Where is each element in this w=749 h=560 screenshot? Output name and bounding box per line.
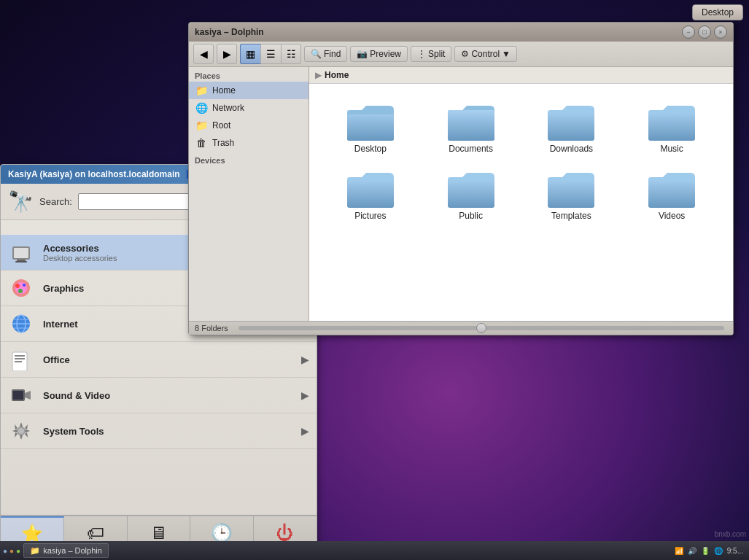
systray: 📶 🔊 🔋 🌐 9:5... bbox=[675, 547, 746, 555]
category-sound-video[interactable]: Sound & Video ▶ bbox=[1, 378, 317, 413]
file-label-templates: Templates bbox=[551, 211, 591, 221]
systray-time: 9:5... bbox=[727, 547, 743, 555]
detail-view-button[interactable]: ☷ bbox=[281, 44, 301, 64]
trash-icon: 🗑 bbox=[195, 137, 208, 149]
folder-icon-desktop bbox=[347, 103, 394, 141]
taskbar-tray-left: ● ● ● bbox=[3, 547, 20, 555]
control-label: Control bbox=[471, 49, 500, 59]
gear-icon: ⚙ bbox=[461, 49, 469, 59]
find-button[interactable]: 🔍 Find bbox=[304, 46, 347, 62]
devices-section-title: Devices bbox=[189, 152, 308, 166]
sidebar-item-network[interactable]: 🌐 Network bbox=[189, 99, 308, 117]
close-button[interactable]: × bbox=[714, 26, 727, 39]
preview-icon: 📷 bbox=[357, 49, 368, 59]
svg-rect-29 bbox=[15, 355, 25, 357]
preview-button[interactable]: 📷 Preview bbox=[350, 46, 408, 62]
file-item-downloads[interactable]: Downloads bbox=[525, 98, 618, 158]
svg-rect-30 bbox=[15, 358, 25, 359]
path-segment-home[interactable]: Home bbox=[325, 70, 349, 80]
control-button[interactable]: ⚙ Control ▼ bbox=[454, 46, 517, 62]
sidebar-item-root[interactable]: 📁 Root bbox=[189, 117, 308, 134]
file-label-public: Public bbox=[459, 211, 483, 221]
list-view-button[interactable]: ☰ bbox=[260, 44, 281, 64]
dolphin-titlebar: kasiya – Dolphin − □ × bbox=[189, 23, 733, 42]
minimize-button[interactable]: − bbox=[682, 26, 695, 39]
system-tools-text: System Tools bbox=[43, 426, 292, 437]
graphics-icon bbox=[8, 275, 34, 301]
file-label-pictures: Pictures bbox=[354, 211, 386, 221]
svg-rect-4 bbox=[548, 110, 594, 141]
systray-battery-icon: 🔋 bbox=[701, 547, 710, 555]
icon-view-button[interactable]: ▦ bbox=[240, 44, 260, 64]
sound-video-text: Sound & Video bbox=[43, 390, 292, 401]
svg-rect-5 bbox=[648, 110, 695, 141]
control-arrow-icon: ▼ bbox=[502, 49, 511, 59]
maximize-button[interactable]: □ bbox=[698, 26, 711, 39]
sidebar-item-network-label: Network bbox=[212, 103, 244, 113]
sidebar-item-trash[interactable]: 🗑 Trash bbox=[189, 134, 308, 152]
office-icon bbox=[8, 346, 34, 373]
sidebar-item-home[interactable]: 📁 Home bbox=[189, 82, 308, 99]
computer-icon: 🖥 bbox=[150, 523, 167, 543]
file-item-public[interactable]: Public bbox=[424, 166, 518, 225]
content-area: ▶ Home bbox=[309, 67, 733, 321]
split-button[interactable]: ⋮ Split bbox=[411, 46, 451, 62]
tray-dot3: ● bbox=[16, 547, 20, 555]
sidebar-item-home-label: Home bbox=[212, 85, 236, 96]
view-mode-group: ▦ ☰ ☷ bbox=[240, 44, 301, 64]
svg-rect-1 bbox=[347, 110, 394, 141]
svg-marker-33 bbox=[25, 391, 31, 400]
office-name: Office bbox=[43, 354, 292, 365]
svg-rect-7 bbox=[448, 177, 494, 208]
file-label-music: Music bbox=[660, 144, 683, 154]
split-icon: ⋮ bbox=[417, 49, 426, 59]
office-text: Office bbox=[43, 354, 292, 365]
category-office[interactable]: Office ▶ bbox=[1, 342, 317, 378]
forward-button[interactable]: ▶ bbox=[217, 44, 237, 64]
svg-rect-9 bbox=[648, 177, 695, 208]
sound-video-icon bbox=[8, 382, 34, 408]
zoom-slider[interactable] bbox=[238, 326, 724, 330]
find-icon: 🔍 bbox=[311, 49, 322, 59]
office-arrow-icon: ▶ bbox=[301, 354, 309, 365]
dolphin-sidebar: Places 📁 Home 🌐 Network 📁 Root 🗑 Trash D… bbox=[189, 67, 309, 321]
file-item-templates[interactable]: Templates bbox=[525, 166, 618, 225]
sound-video-name: Sound & Video bbox=[43, 390, 292, 401]
internet-icon bbox=[8, 311, 34, 337]
file-item-documents[interactable]: Documents bbox=[424, 98, 518, 158]
taskbar-dolphin[interactable]: 📁 kasiya – Dolphin bbox=[23, 543, 109, 558]
preview-label: Preview bbox=[370, 49, 401, 59]
home-icon: 📁 bbox=[195, 85, 208, 96]
sound-video-arrow-icon: ▶ bbox=[301, 389, 309, 401]
find-label: Find bbox=[324, 49, 341, 59]
systray-volume-icon: 🔊 bbox=[688, 547, 696, 555]
recently-used-icon: 🕒 bbox=[211, 523, 233, 543]
places-section-title: Places bbox=[189, 67, 308, 82]
file-item-music[interactable]: Music bbox=[625, 98, 718, 158]
taskbar-dolphin-icon: 📁 bbox=[30, 546, 40, 556]
file-item-desktop[interactable]: Desktop bbox=[324, 98, 417, 158]
system-tools-icon bbox=[8, 418, 34, 444]
dolphin-title: kasiya – Dolphin bbox=[195, 27, 264, 37]
folder-icon-downloads bbox=[548, 103, 594, 141]
file-item-videos[interactable]: Videos bbox=[625, 166, 718, 225]
dolphin-statusbar: 8 Folders bbox=[189, 321, 733, 335]
svg-rect-13 bbox=[15, 261, 27, 262]
sidebar-item-trash-label: Trash bbox=[212, 138, 234, 148]
status-text: 8 Folders bbox=[195, 324, 228, 332]
svg-point-16 bbox=[15, 284, 20, 288]
back-button[interactable]: ◀ bbox=[193, 44, 214, 64]
leave-icon: ⏻ bbox=[276, 523, 294, 543]
accessories-icon bbox=[8, 239, 34, 265]
network-icon: 🌐 bbox=[195, 102, 208, 114]
file-label-documents: Documents bbox=[449, 144, 493, 154]
file-item-pictures[interactable]: Pictures bbox=[324, 166, 417, 225]
desktop-button[interactable]: Desktop bbox=[692, 4, 743, 20]
tray-dot1: ● bbox=[3, 547, 7, 555]
svg-point-18 bbox=[18, 289, 23, 293]
split-label: Split bbox=[428, 49, 445, 59]
sidebar-item-root-label: Root bbox=[212, 120, 230, 131]
category-system-tools[interactable]: System Tools ▶ bbox=[1, 413, 317, 449]
folder-icon-music bbox=[648, 103, 695, 141]
systray-bluetooth-icon: 📶 bbox=[675, 547, 683, 555]
